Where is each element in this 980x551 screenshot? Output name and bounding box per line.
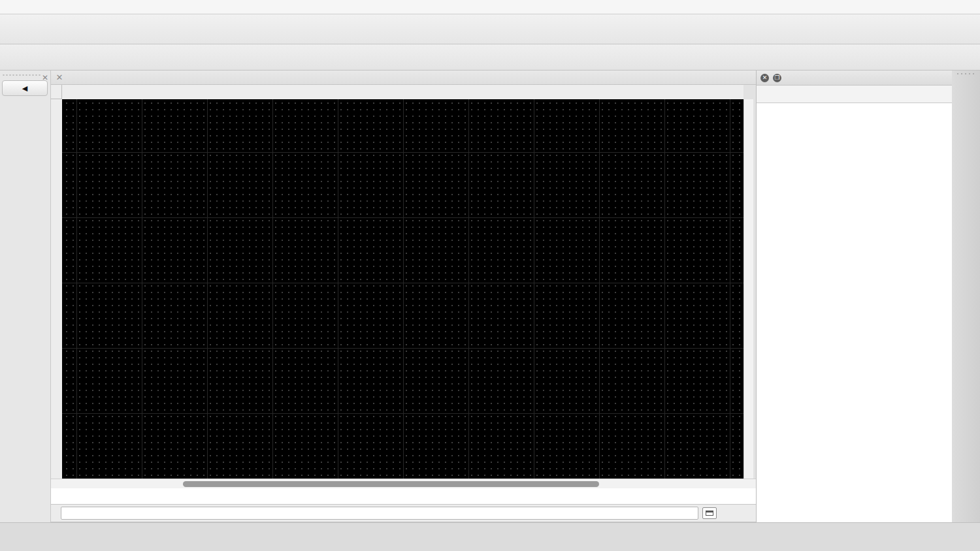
menu-bar — [0, 0, 980, 14]
librecad-window: ✕ ✕ ◀ ✕ ❐ — [0, 0, 980, 551]
tab-close-icon[interactable]: ✕ — [55, 72, 64, 82]
layer-list-panel: ✕ ❐ — [756, 71, 952, 522]
command-input[interactable] — [61, 507, 698, 520]
document-tab-bar: ✕ — [51, 71, 756, 85]
dock-widget-strip — [952, 71, 980, 551]
main-toolbar — [0, 14, 980, 44]
vertical-ruler — [51, 99, 63, 479]
document-icon — [67, 72, 77, 83]
command-history — [51, 488, 756, 505]
vertical-scrollbar[interactable] — [743, 99, 753, 479]
horizontal-ruler — [62, 85, 743, 100]
horizontal-scrollbar[interactable] — [51, 479, 756, 488]
palette-drag-handle[interactable] — [3, 72, 41, 78]
ruler-corner — [51, 85, 62, 99]
panel-close-icon[interactable]: ✕ — [760, 74, 769, 82]
scrollbar-thumb[interactable] — [183, 481, 599, 487]
layer-panel-header: ✕ ❐ — [757, 71, 952, 86]
paste-options-toolbar — [0, 44, 980, 71]
palette-back-button[interactable]: ◀ — [2, 80, 48, 96]
snap-tool-palette: ✕ ◀ — [0, 71, 51, 522]
command-input-row — [51, 505, 756, 522]
panel-detach-icon[interactable]: ❐ — [773, 74, 781, 82]
keyboard-toggle-button[interactable] — [702, 507, 717, 519]
layer-toolbar — [757, 86, 952, 103]
drawing-canvas[interactable] — [62, 99, 743, 479]
palette-close-icon[interactable]: ✕ — [42, 73, 48, 82]
status-bar — [0, 522, 980, 551]
dock-drag-handle[interactable] — [956, 72, 976, 78]
